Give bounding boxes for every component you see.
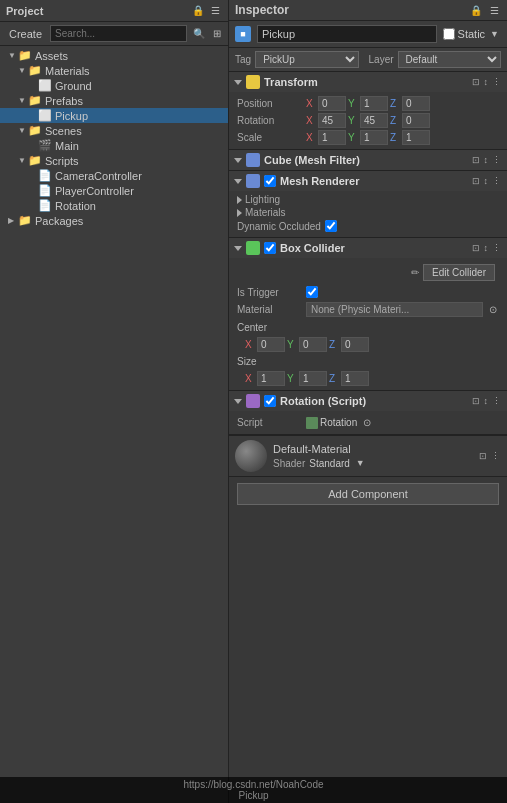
meshrenderer-enabled-checkbox[interactable]: [264, 175, 276, 187]
meshfilter-menu-icon1[interactable]: ⊡: [471, 154, 481, 166]
static-checkbox[interactable]: [443, 28, 455, 40]
size-x-input[interactable]: [257, 371, 285, 386]
rotation-y-input[interactable]: [360, 113, 388, 128]
rotation-script-component-icon: [246, 394, 260, 408]
tree-item-ground[interactable]: ⬜ Ground: [0, 78, 228, 93]
meshfilter-menu-icon3[interactable]: ⋮: [491, 154, 502, 166]
material-info: Default-Material Shader Standard ▼: [273, 443, 472, 469]
rotation-x-label: X: [306, 115, 316, 126]
rotation-script-menu-icon3[interactable]: ⋮: [491, 395, 502, 407]
tree-item-cameracontroller[interactable]: 📄 CameraController: [0, 168, 228, 183]
transform-header[interactable]: Transform ⊡ ↕ ⋮: [229, 72, 507, 92]
tree-item-scenes[interactable]: ▼ 📁 Scenes: [0, 123, 228, 138]
tree-item-assets[interactable]: ▼ 📁 Assets: [0, 48, 228, 63]
position-x-input[interactable]: [318, 96, 346, 111]
center-z-input[interactable]: [341, 337, 369, 352]
boxcollider-menu-icon1[interactable]: ⊡: [471, 242, 481, 254]
scenes-arrow: ▼: [18, 126, 28, 135]
inspector-menu-icon[interactable]: ☰: [488, 4, 501, 17]
scripts-arrow: ▼: [18, 156, 28, 165]
rotation-row: Rotation X Y Z: [237, 112, 499, 129]
material-sphere-preview: [235, 440, 267, 472]
material-menu-icon2[interactable]: ⋮: [490, 450, 501, 462]
tree-item-rotation[interactable]: 📄 Rotation: [0, 198, 228, 213]
edit-collider-button[interactable]: Edit Collider: [423, 264, 495, 281]
center-x-label: X: [245, 339, 255, 350]
meshrenderer-menu-icon1[interactable]: ⊡: [471, 175, 481, 187]
tag-dropdown[interactable]: PickUp: [255, 51, 358, 68]
packages-arrow: ▶: [8, 216, 18, 225]
meshrenderer-section: Mesh Renderer ⊡ ↕ ⋮ Lighting Materials D…: [229, 171, 507, 238]
meshfilter-menu-icon2[interactable]: ↕: [483, 154, 490, 166]
materials-foldout[interactable]: Materials: [237, 207, 499, 218]
size-z-input[interactable]: [341, 371, 369, 386]
ground-icon: ⬜: [38, 79, 52, 92]
script-ref-pick-icon[interactable]: ⊙: [361, 416, 373, 429]
center-y-input[interactable]: [299, 337, 327, 352]
tree-item-main[interactable]: 🎬 Main: [0, 138, 228, 153]
tree-item-materials[interactable]: ▼ 📁 Materials: [0, 63, 228, 78]
tree-item-playercontroller[interactable]: 📄 PlayerController: [0, 183, 228, 198]
transform-menu-icon2[interactable]: ↕: [483, 76, 490, 88]
collider-material-value: None (Physic Materi...: [306, 302, 483, 317]
shader-dropdown-icon[interactable]: ▼: [354, 457, 367, 469]
prefabs-label: Prefabs: [45, 95, 83, 107]
position-z-input[interactable]: [402, 96, 430, 111]
position-xyz: X Y Z: [306, 96, 499, 111]
material-menu-icon1[interactable]: ⊡: [478, 450, 488, 462]
layout-icon[interactable]: ⊞: [211, 27, 223, 40]
playercontroller-icon: 📄: [38, 184, 52, 197]
center-x-input[interactable]: [257, 337, 285, 352]
dynamic-occluded-checkbox[interactable]: [325, 220, 337, 232]
shader-row: Shader Standard ▼: [273, 457, 472, 469]
rotation-script-menu-icon1[interactable]: ⊡: [471, 395, 481, 407]
boxcollider-enabled-checkbox[interactable]: [264, 242, 276, 254]
inspector-lock-icon[interactable]: 🔒: [468, 4, 484, 17]
size-x-label: X: [245, 373, 255, 384]
lighting-foldout[interactable]: Lighting: [237, 194, 499, 205]
meshrenderer-menu-icon3[interactable]: ⋮: [491, 175, 502, 187]
shader-value: Standard: [309, 458, 350, 469]
transform-menu-icon1[interactable]: ⊡: [471, 76, 481, 88]
prefabs-arrow: ▼: [18, 96, 28, 105]
rotation-script-menu-icon2[interactable]: ↕: [483, 395, 490, 407]
meshfilter-header[interactable]: Cube (Mesh Filter) ⊡ ↕ ⋮: [229, 150, 507, 170]
menu-icon[interactable]: ☰: [209, 4, 222, 17]
scale-y-input[interactable]: [360, 130, 388, 145]
position-y-input[interactable]: [360, 96, 388, 111]
object-name-input[interactable]: [257, 25, 437, 43]
create-button[interactable]: Create: [5, 26, 46, 42]
is-trigger-checkbox[interactable]: [306, 286, 318, 298]
static-dropdown-icon[interactable]: ▼: [488, 28, 501, 40]
rotation-script-header[interactable]: Rotation (Script) ⊡ ↕ ⋮: [229, 391, 507, 411]
boxcollider-menu-icon2[interactable]: ↕: [483, 242, 490, 254]
lock-icon[interactable]: 🔒: [190, 4, 206, 17]
tree-item-pickup[interactable]: ⬜ Pickup: [0, 108, 228, 123]
boxcollider-header[interactable]: Box Collider ⊡ ↕ ⋮: [229, 238, 507, 258]
scale-z-input[interactable]: [402, 130, 430, 145]
meshrenderer-menu-icon2[interactable]: ↕: [483, 175, 490, 187]
tree-item-scripts[interactable]: ▼ 📁 Scripts: [0, 153, 228, 168]
rotation-x-input[interactable]: [318, 113, 346, 128]
search-icon[interactable]: 🔍: [191, 27, 207, 40]
boxcollider-menu-icon3[interactable]: ⋮: [491, 242, 502, 254]
lighting-collapse-icon: [237, 196, 242, 204]
materials-label: Materials: [245, 207, 286, 218]
tag-layer-row: Tag PickUp Layer Default: [229, 48, 507, 72]
tree-item-packages[interactable]: ▶ 📁 Packages: [0, 213, 228, 228]
add-component-button[interactable]: Add Component: [237, 483, 499, 505]
tag-label: Tag: [235, 54, 251, 65]
tree-item-prefabs[interactable]: ▼ 📁 Prefabs: [0, 93, 228, 108]
rotation-y-item: Y: [348, 113, 388, 128]
rotation-script-enabled-checkbox[interactable]: [264, 395, 276, 407]
layer-dropdown[interactable]: Default: [398, 51, 501, 68]
scale-y-item: Y: [348, 130, 388, 145]
meshrenderer-body: Lighting Materials Dynamic Occluded: [229, 191, 507, 237]
rotation-z-input[interactable]: [402, 113, 430, 128]
size-y-input[interactable]: [299, 371, 327, 386]
search-input[interactable]: [50, 25, 187, 42]
collider-material-pick-icon[interactable]: ⊙: [487, 303, 499, 316]
scale-x-input[interactable]: [318, 130, 346, 145]
transform-menu-icon3[interactable]: ⋮: [491, 76, 502, 88]
meshrenderer-header[interactable]: Mesh Renderer ⊡ ↕ ⋮: [229, 171, 507, 191]
